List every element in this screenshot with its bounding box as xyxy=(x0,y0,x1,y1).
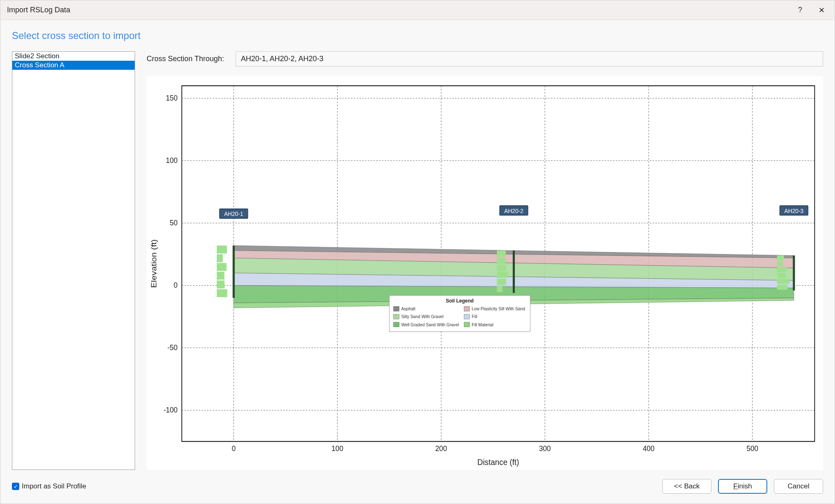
back-button[interactable]: << Back xyxy=(662,479,711,494)
section-list-item[interactable]: Cross Section A xyxy=(12,61,135,70)
cross-section-chart: 0100200300400500-100-50050100150Distance… xyxy=(147,76,823,470)
svg-rect-48 xyxy=(497,272,508,278)
import-soil-profile-checkbox[interactable]: ✓ Import as Soil Profile xyxy=(12,482,86,490)
svg-rect-68 xyxy=(464,307,470,312)
svg-rect-59 xyxy=(777,285,788,290)
titlebar: Import RSLog Data ? ✕ xyxy=(0,0,835,20)
svg-rect-64 xyxy=(394,314,399,319)
svg-rect-72 xyxy=(464,322,470,327)
svg-rect-46 xyxy=(497,258,505,264)
checkbox-label: Import as Soil Profile xyxy=(22,482,86,490)
finish-button[interactable]: Finish xyxy=(718,479,767,494)
svg-rect-40 xyxy=(217,281,225,289)
svg-rect-66 xyxy=(394,322,399,327)
svg-text:Low Plasticity Silt With Sand: Low Plasticity Silt With Sand xyxy=(472,306,525,312)
svg-rect-39 xyxy=(217,272,225,279)
close-button[interactable]: ✕ xyxy=(815,6,828,15)
cross-section-through-row: Cross Section Through: AH20-1, AH20-2, A… xyxy=(147,51,823,66)
svg-rect-38 xyxy=(217,263,227,271)
titlebar-buttons: ? ✕ xyxy=(795,6,828,15)
cross-section-through-label: Cross Section Through: xyxy=(147,55,224,63)
svg-rect-58 xyxy=(777,279,789,284)
svg-text:500: 500 xyxy=(746,444,758,453)
svg-text:AH20-3: AH20-3 xyxy=(785,207,804,214)
svg-rect-37 xyxy=(217,254,223,262)
svg-text:Soil Legend: Soil Legend xyxy=(446,298,474,304)
svg-rect-70 xyxy=(464,314,470,319)
section-listbox[interactable]: Slide2 SectionCross Section A xyxy=(12,51,135,470)
svg-text:AH20-1: AH20-1 xyxy=(224,211,243,218)
svg-rect-47 xyxy=(497,265,506,271)
right-column: Cross Section Through: AH20-1, AH20-2, A… xyxy=(147,51,823,470)
svg-text:300: 300 xyxy=(539,444,551,453)
svg-text:Fill: Fill xyxy=(472,314,477,319)
svg-rect-36 xyxy=(217,246,227,254)
svg-rect-57 xyxy=(777,273,786,278)
checkmark-icon: ✓ xyxy=(12,483,19,490)
svg-rect-50 xyxy=(497,286,502,292)
svg-rect-49 xyxy=(497,279,506,285)
svg-text:Asphalt: Asphalt xyxy=(401,306,415,312)
svg-rect-55 xyxy=(777,261,783,266)
svg-text:Fill Material: Fill Material xyxy=(472,322,493,327)
cancel-button[interactable]: Cancel xyxy=(774,479,823,494)
cross-section-svg: 0100200300400500-100-50050100150Distance… xyxy=(147,76,823,470)
svg-rect-62 xyxy=(394,307,399,312)
svg-rect-56 xyxy=(777,267,787,272)
svg-text:-50: -50 xyxy=(167,344,178,352)
svg-rect-45 xyxy=(497,251,506,257)
svg-text:-100: -100 xyxy=(163,406,177,415)
svg-text:Well Graded Sand With Gravel: Well Graded Sand With Gravel xyxy=(401,322,459,327)
svg-text:AH20-2: AH20-2 xyxy=(504,207,523,214)
import-rslog-dialog: Import RSLog Data ? ✕ Select cross secti… xyxy=(0,0,835,504)
dialog-content: Select cross section to import Slide2 Se… xyxy=(0,20,835,504)
svg-text:150: 150 xyxy=(166,94,178,103)
svg-text:50: 50 xyxy=(170,219,177,227)
svg-text:Distance (ft): Distance (ft) xyxy=(477,458,519,467)
svg-text:200: 200 xyxy=(435,444,447,453)
window-title: Import RSLog Data xyxy=(7,6,795,14)
svg-text:400: 400 xyxy=(643,444,655,453)
page-heading: Select cross section to import xyxy=(12,30,823,41)
svg-text:0: 0 xyxy=(232,444,236,453)
svg-text:100: 100 xyxy=(166,156,178,165)
svg-text:100: 100 xyxy=(332,444,344,453)
help-button[interactable]: ? xyxy=(795,6,805,15)
section-list-item[interactable]: Slide2 Section xyxy=(12,52,135,61)
svg-rect-54 xyxy=(777,256,784,261)
svg-text:Elevation (ft): Elevation (ft) xyxy=(149,240,158,288)
svg-rect-41 xyxy=(217,289,227,297)
svg-text:0: 0 xyxy=(174,281,178,290)
dialog-footer: ✓ Import as Soil Profile << Back Finish … xyxy=(12,470,823,494)
svg-text:Silty Sand With Gravel: Silty Sand With Gravel xyxy=(401,314,443,319)
main-row: Slide2 SectionCross Section A Cross Sect… xyxy=(12,51,823,470)
cross-section-through-field: AH20-1, AH20-2, AH20-3 xyxy=(236,51,823,66)
